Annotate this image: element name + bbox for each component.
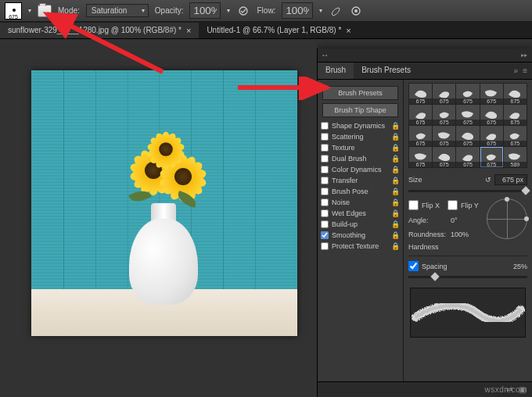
brush-preset-picker[interactable]: 675 bbox=[5, 2, 22, 20]
brush-thumb[interactable]: 675 bbox=[433, 126, 455, 146]
brush-panel-toggle-icon[interactable] bbox=[38, 5, 52, 17]
mode-dropdown[interactable]: Saturation▾ bbox=[86, 4, 149, 17]
brush-tip-shape-button[interactable]: Brush Tip Shape bbox=[322, 103, 398, 117]
lock-icon[interactable]: 🔒 bbox=[391, 177, 400, 184]
brush-option-row[interactable]: Color Dynamics🔒 bbox=[318, 164, 403, 175]
airbrush-icon[interactable] bbox=[329, 4, 343, 18]
brush-thumb[interactable]: 675 bbox=[456, 126, 479, 146]
spacing-slider[interactable] bbox=[408, 276, 527, 278]
brush-thumb[interactable]: 675 bbox=[433, 147, 455, 167]
panel-menu-icon[interactable]: ≡ bbox=[523, 66, 527, 75]
brush-option-row[interactable]: Texture🔒 bbox=[318, 142, 403, 153]
canvas-area[interactable] bbox=[0, 39, 317, 397]
brush-thumb[interactable]: 675 bbox=[433, 105, 455, 125]
brush-thumb[interactable]: 589 bbox=[504, 147, 527, 167]
option-checkbox[interactable] bbox=[321, 122, 329, 130]
brush-option-row[interactable]: Build-up🔒 bbox=[318, 219, 403, 230]
lock-icon[interactable]: 🔒 bbox=[391, 166, 400, 173]
option-checkbox[interactable] bbox=[321, 155, 329, 163]
option-checkbox[interactable] bbox=[321, 188, 329, 195]
pressure-size-icon[interactable] bbox=[349, 4, 363, 18]
brush-thumb[interactable]: 675 bbox=[409, 84, 432, 104]
brush-panel: •• ▸▸ Brush Brush Presets » ≡ Brush Pres… bbox=[317, 48, 532, 397]
brush-option-row[interactable]: Shape Dynamics🔒 bbox=[318, 120, 403, 131]
option-checkbox[interactable] bbox=[321, 166, 329, 173]
lock-icon[interactable]: 🔒 bbox=[391, 242, 400, 250]
document-canvas[interactable] bbox=[31, 70, 297, 336]
option-checkbox[interactable] bbox=[321, 133, 329, 141]
lock-icon[interactable]: 🔒 bbox=[391, 188, 400, 195]
lock-icon[interactable]: 🔒 bbox=[391, 155, 400, 163]
option-checkbox[interactable] bbox=[321, 177, 329, 184]
brush-thumb[interactable]: 675 bbox=[504, 105, 527, 125]
option-checkbox[interactable] bbox=[321, 242, 329, 250]
brush-thumb[interactable]: 675 bbox=[409, 126, 432, 146]
flip-size-icon[interactable]: ↺ bbox=[485, 176, 491, 184]
lock-icon[interactable]: 🔒 bbox=[391, 133, 400, 141]
size-slider[interactable] bbox=[408, 190, 527, 192]
angle-value[interactable]: 0° bbox=[451, 216, 458, 224]
brush-thumb[interactable]: 675 bbox=[456, 105, 479, 125]
flow-input[interactable] bbox=[282, 2, 313, 19]
size-label: Size bbox=[408, 176, 448, 184]
hardness-label: Hardness bbox=[408, 243, 448, 251]
roundness-value[interactable]: 100% bbox=[451, 231, 469, 238]
lock-icon[interactable]: 🔒 bbox=[391, 209, 400, 217]
watermark: wsxdn.com bbox=[484, 385, 527, 394]
brush-thumb[interactable]: 675 bbox=[409, 105, 432, 125]
lock-icon[interactable]: 🔒 bbox=[391, 198, 400, 206]
opacity-input[interactable] bbox=[189, 2, 221, 19]
document-tab[interactable]: sunflower-329_____1280.jpg @ 100% (RGB/8… bbox=[0, 23, 199, 38]
option-checkbox[interactable] bbox=[321, 144, 329, 152]
lock-icon[interactable]: 🔒 bbox=[391, 231, 400, 239]
size-input[interactable] bbox=[494, 174, 527, 185]
brush-thumb[interactable]: 675 bbox=[480, 126, 503, 146]
panel-dock-handle[interactable]: •• bbox=[318, 52, 333, 59]
close-icon[interactable]: × bbox=[186, 26, 191, 35]
pressure-opacity-icon[interactable] bbox=[236, 4, 250, 18]
flip-y-checkbox[interactable] bbox=[448, 200, 458, 210]
brush-option-row[interactable]: Scattering🔒 bbox=[318, 131, 403, 142]
chevron-down-icon[interactable]: ▾ bbox=[319, 7, 322, 14]
brush-thumb[interactable]: 675 bbox=[504, 84, 527, 104]
chevron-down-icon[interactable]: ▾ bbox=[227, 7, 230, 14]
opacity-label: Opacity: bbox=[155, 6, 184, 15]
lock-icon[interactable]: 🔒 bbox=[391, 122, 400, 130]
brush-option-row[interactable]: Brush Pose🔒 bbox=[318, 186, 403, 197]
brush-thumb[interactable]: 675 bbox=[433, 84, 455, 104]
option-checkbox[interactable] bbox=[321, 220, 329, 228]
close-icon[interactable]: × bbox=[346, 26, 350, 35]
option-checkbox[interactable] bbox=[321, 209, 329, 217]
brush-thumb[interactable]: 675 bbox=[504, 126, 527, 146]
lock-icon[interactable]: 🔒 bbox=[391, 220, 400, 228]
brush-thumb[interactable]: 675 bbox=[480, 147, 503, 167]
brush-thumb[interactable]: 675 bbox=[480, 84, 503, 104]
brush-option-row[interactable]: Wet Edges🔒 bbox=[318, 208, 403, 219]
angle-control[interactable] bbox=[487, 198, 527, 239]
brush-thumb[interactable]: 675 bbox=[456, 84, 479, 104]
option-checkbox[interactable] bbox=[321, 198, 329, 206]
brush-thumb[interactable]: 675 bbox=[480, 105, 503, 125]
brush-option-row[interactable]: Dual Brush🔒 bbox=[318, 153, 403, 164]
spacing-checkbox[interactable] bbox=[408, 261, 419, 271]
lock-icon[interactable]: 🔒 bbox=[391, 144, 400, 152]
expand-icon[interactable]: » bbox=[514, 66, 519, 75]
option-checkbox[interactable] bbox=[321, 231, 329, 239]
chevron-down-icon[interactable]: ▾ bbox=[28, 7, 31, 14]
flip-x-checkbox[interactable] bbox=[408, 200, 419, 210]
brush-presets-button[interactable]: Brush Presets bbox=[322, 86, 398, 100]
spacing-value[interactable]: 25% bbox=[513, 263, 527, 270]
brush-option-row[interactable]: Noise🔒 bbox=[318, 197, 403, 208]
brush-thumbnail-grid: 6756756756756756756756756756756756756756… bbox=[408, 83, 527, 168]
flow-label: Flow: bbox=[257, 6, 275, 15]
document-tab[interactable]: Untitled-1 @ 66.7% (Layer 1, RGB/8) *× bbox=[199, 23, 358, 38]
collapse-icon[interactable]: ▸▸ bbox=[521, 52, 532, 59]
brush-option-row[interactable]: Protect Texture🔒 bbox=[318, 241, 403, 252]
brush-thumb[interactable]: 675 bbox=[456, 147, 479, 167]
tab-brush-presets[interactable]: Brush Presets bbox=[354, 63, 419, 79]
options-bar: 675 ▾ Mode: Saturation▾ Opacity: ▾ Flow:… bbox=[0, 0, 532, 22]
brush-option-row[interactable]: Smoothing🔒 bbox=[318, 230, 403, 241]
brush-thumb[interactable]: 675 bbox=[409, 147, 432, 167]
brush-option-row[interactable]: Transfer🔒 bbox=[318, 175, 403, 186]
tab-brush[interactable]: Brush bbox=[318, 63, 354, 79]
